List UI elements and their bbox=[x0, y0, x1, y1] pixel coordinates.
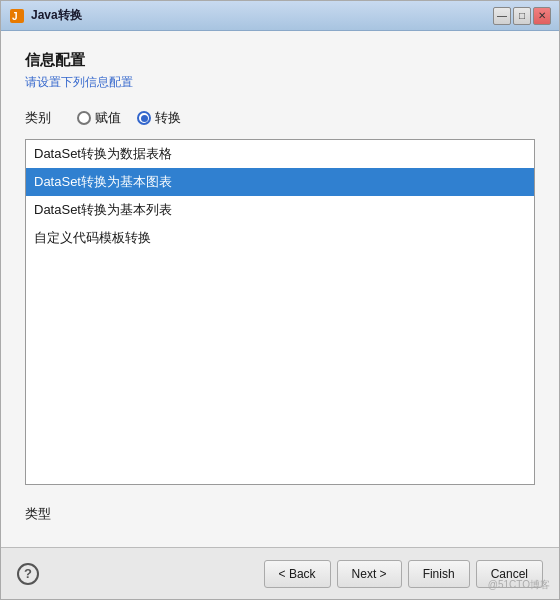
list-item-3[interactable]: 自定义代码模板转换 bbox=[26, 224, 534, 252]
list-item-0[interactable]: DataSet转换为数据表格 bbox=[26, 140, 534, 168]
radio-assign-label: 赋值 bbox=[95, 109, 121, 127]
list-container[interactable]: DataSet转换为数据表格 DataSet转换为基本图表 DataSet转换为… bbox=[25, 139, 535, 485]
maximize-button[interactable]: □ bbox=[513, 7, 531, 25]
help-button[interactable]: ? bbox=[17, 563, 39, 585]
window-icon: J bbox=[9, 8, 25, 24]
category-label: 类别 bbox=[25, 109, 61, 127]
main-window: J Java转换 — □ ✕ 信息配置 请设置下列信息配置 类别 赋值 转换 bbox=[0, 0, 560, 600]
radio-assign-circle[interactable] bbox=[77, 111, 91, 125]
section-title: 信息配置 bbox=[25, 51, 535, 70]
radio-assign[interactable]: 赋值 bbox=[77, 109, 121, 127]
footer-left: ? bbox=[17, 563, 264, 585]
radio-convert-label: 转换 bbox=[155, 109, 181, 127]
back-button[interactable]: < Back bbox=[264, 560, 331, 588]
svg-text:J: J bbox=[12, 11, 18, 22]
footer: ? < Back Next > Finish Cancel bbox=[1, 547, 559, 599]
window-title: Java转换 bbox=[31, 7, 493, 24]
minimize-button[interactable]: — bbox=[493, 7, 511, 25]
finish-button[interactable]: Finish bbox=[408, 560, 470, 588]
section-subtitle: 请设置下列信息配置 bbox=[25, 74, 535, 91]
watermark: @51CTO博客 bbox=[488, 578, 550, 592]
next-button[interactable]: Next > bbox=[337, 560, 402, 588]
radio-convert-circle[interactable] bbox=[137, 111, 151, 125]
content-area: 信息配置 请设置下列信息配置 类别 赋值 转换 DataSet转换为数据表格 D… bbox=[1, 31, 559, 547]
radio-convert[interactable]: 转换 bbox=[137, 109, 181, 127]
list-item-1[interactable]: DataSet转换为基本图表 bbox=[26, 168, 534, 196]
type-section: 类型 bbox=[25, 505, 535, 527]
category-row: 类别 赋值 转换 bbox=[25, 109, 535, 127]
close-button[interactable]: ✕ bbox=[533, 7, 551, 25]
type-label: 类型 bbox=[25, 505, 535, 523]
title-bar-buttons: — □ ✕ bbox=[493, 7, 551, 25]
radio-group: 赋值 转换 bbox=[77, 109, 181, 127]
title-bar: J Java转换 — □ ✕ bbox=[1, 1, 559, 31]
list-item-2[interactable]: DataSet转换为基本列表 bbox=[26, 196, 534, 224]
